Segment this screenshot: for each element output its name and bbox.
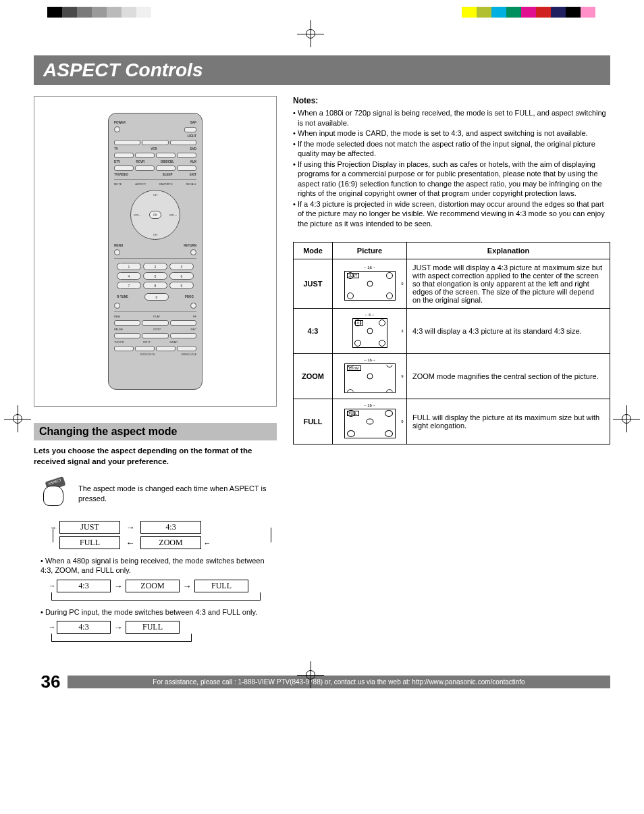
table-row: FULL ←16→ FULL 9 FULL will display the p <box>294 399 610 444</box>
section-heading: Changing the aspect mode <box>34 423 277 440</box>
intro-text: Lets you choose the aspect depending on … <box>34 446 277 467</box>
explanation-cell: JUST mode will display a 4:3 picture at … <box>407 259 610 309</box>
notes-list: When a 1080i or 720p signal is being rec… <box>293 108 610 228</box>
note-item: If the mode selected does not match the … <box>293 139 610 159</box>
remote-illustration: POWERSAP LIGHT TVVCRDVD DTVRCVRDBS/CBLAU… <box>34 96 277 407</box>
hand-press-icon: ASPECT <box>41 479 68 509</box>
flow-diagram-pc: → 4:3 → FULL <box>47 621 277 642</box>
registration-mark-right <box>613 405 640 432</box>
note-item: When a 1080i or 720p signal is being rec… <box>293 108 610 128</box>
picture-just-icon: ←16→ JUST 9 <box>343 265 397 302</box>
aspect-mode-table: Mode Picture Explanation JUST ←16→ JUST <box>293 242 610 444</box>
th-mode: Mode <box>294 243 333 259</box>
print-color-bar <box>0 7 644 18</box>
note-item: If a 4:3 picture is projected in wide sc… <box>293 199 610 229</box>
footer-assistance-bar: For assistance, please call : 1-888-VIEW… <box>68 676 610 688</box>
notes-heading: Notes: <box>293 96 610 105</box>
table-row: 4:3 ←4→ 4:3 3 4:3 will display a 4:3 pic <box>294 309 610 354</box>
registration-mark-bottom <box>297 661 324 688</box>
table-row: ZOOM ←16→ ZOOM 9 ZOOM mode magnifies the <box>294 354 610 399</box>
explanation-cell: ZOOM mode magnifies the central section … <box>407 354 610 399</box>
note-item: If using this Projection Display in plac… <box>293 159 610 199</box>
picture-full-icon: ←16→ FULL 9 <box>343 403 397 440</box>
note-pc: • During PC input, the mode switches bet… <box>41 607 277 617</box>
press-text: The aspect mode is changed each time whe… <box>78 484 277 504</box>
picture-zoom-icon: ←16→ ZOOM 9 <box>343 358 397 395</box>
th-picture: Picture <box>333 243 407 259</box>
page-number: 36 <box>34 671 68 692</box>
registration-mark-left <box>4 405 31 432</box>
flow-diagram-480p: → 4:3 → ZOOM → FULL <box>47 580 277 601</box>
picture-43-icon: ←4→ 4:3 3 <box>343 313 397 349</box>
flow-diagram-main: → JUST → 4:3 FULL ← ZOOM ← <box>47 521 277 549</box>
explanation-cell: 4:3 will display a 4:3 picture at its st… <box>407 309 610 354</box>
note-480p: • When a 480p signal is being received, … <box>41 556 277 576</box>
page-title: ASPECT Controls <box>34 55 610 85</box>
explanation-cell: FULL will display the picture at its max… <box>407 399 610 444</box>
registration-mark-top <box>297 20 324 47</box>
aspect-press-instruction: ASPECT The aspect mode is changed each t… <box>41 479 277 509</box>
table-row: JUST ←16→ JUST 9 JUST mode will display <box>294 259 610 309</box>
th-explanation: Explanation <box>407 243 610 259</box>
note-item: When input mode is CARD, the mode is set… <box>293 128 610 138</box>
